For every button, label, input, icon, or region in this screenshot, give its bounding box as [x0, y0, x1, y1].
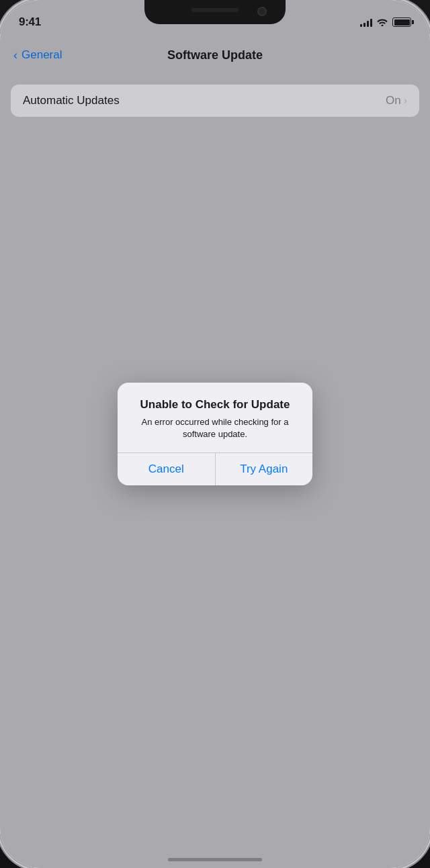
phone-frame: 9:41	[0, 0, 430, 868]
alert-overlay: Unable to Check for Update An error occu…	[0, 0, 430, 868]
alert-message: An error occurred while checking for a s…	[131, 416, 299, 440]
alert-title: Unable to Check for Update	[131, 397, 299, 412]
cancel-button[interactable]: Cancel	[118, 453, 216, 485]
phone-screen: 9:41	[0, 0, 430, 868]
alert-content: Unable to Check for Update An error occu…	[118, 383, 312, 452]
try-again-button[interactable]: Try Again	[216, 453, 313, 485]
alert-dialog: Unable to Check for Update An error occu…	[118, 383, 312, 485]
alert-buttons: Cancel Try Again	[118, 453, 312, 485]
